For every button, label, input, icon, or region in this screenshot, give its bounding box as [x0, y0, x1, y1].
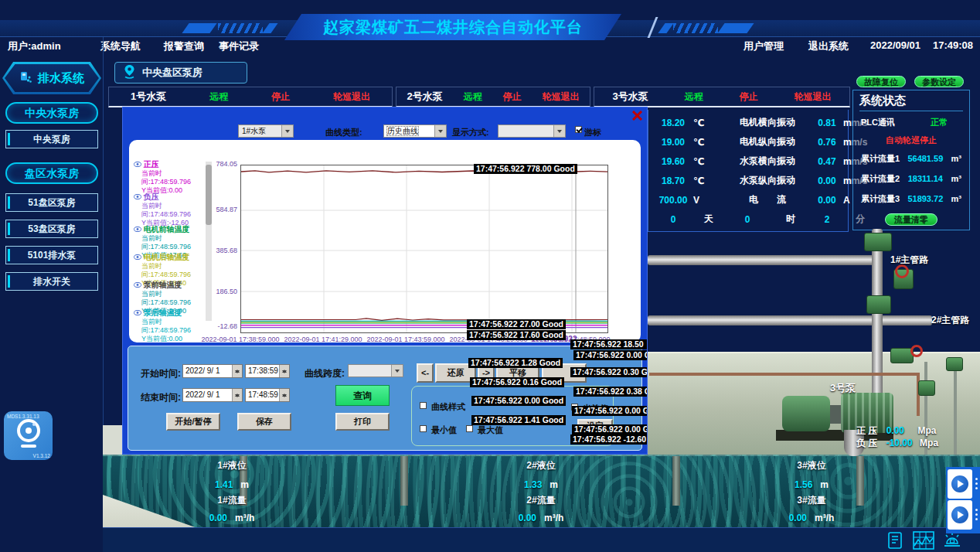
- max-value-checkbox[interactable]: [466, 425, 473, 432]
- legend-scrollbar[interactable]: [206, 162, 212, 321]
- sidebar-item-5101[interactable]: 5101排水泵: [5, 246, 98, 264]
- patrol-status: 自动轮巡停止: [886, 135, 937, 146]
- negative-pressure-row: 负 压 -10.00 Mpa: [856, 437, 938, 450]
- menu-separator: \: [201, 39, 204, 51]
- sidebar-item-central-pumproom[interactable]: 中央泵房: [5, 130, 98, 148]
- scrollbar-thumb[interactable]: [206, 165, 212, 225]
- sidebar-item-53[interactable]: 53盘区泵房: [5, 220, 98, 238]
- time-spinner-icon[interactable]: [279, 365, 289, 377]
- display-mode-select[interactable]: [498, 124, 566, 138]
- cursor-tooltip: 17:47:56.922 0.00 G: [573, 350, 648, 360]
- sidebar-system-button[interactable]: 排水系统: [2, 62, 101, 94]
- pump3-patrol-exit[interactable]: 轮巡退出: [795, 90, 832, 104]
- menu-event-log[interactable]: 事件记录: [219, 39, 259, 53]
- curve-style-checkbox[interactable]: [420, 402, 427, 409]
- total-flow3-label: 累计流量3: [861, 193, 900, 205]
- total-flow3-unit: m³: [951, 194, 961, 203]
- close-icon[interactable]: [631, 111, 643, 121]
- y-tick: -12.68: [206, 322, 237, 330]
- min-value-checkbox[interactable]: [420, 425, 427, 432]
- menu-logout[interactable]: 退出系统: [808, 39, 849, 53]
- sidebar-group-panel-area[interactable]: 盘区水泵房: [5, 162, 98, 184]
- start-date-field[interactable]: 2022/ 9/ 1: [182, 364, 243, 378]
- history-curve-dialog: 1#水泵 曲线类型: 历史曲线 显示方式: 游标 正压 当前时间:17:48:5…: [122, 107, 648, 455]
- fault-reset-button[interactable]: 故障复位: [856, 76, 906, 87]
- pump2-remote: 远程: [464, 90, 482, 104]
- sidebar-group-central[interactable]: 中央水泵房: [5, 102, 98, 124]
- cursor-tooltip: 17:47:56.922 1.41 Good: [471, 415, 566, 425]
- param-set-button[interactable]: 参数设定: [914, 76, 964, 87]
- calendar-dropdown-icon[interactable]: [232, 389, 242, 401]
- location-pin-icon: [123, 64, 136, 81]
- y-tick: 584.87: [206, 206, 237, 213]
- handwheel-red-low: [910, 345, 923, 357]
- min-value-label: 最小值: [431, 424, 457, 436]
- menu-system-nav[interactable]: 系统导航: [100, 39, 141, 53]
- start-time-field[interactable]: 17:38:59: [245, 364, 290, 378]
- legend-item[interactable]: 泵后轴温度 当前时间:17:48:59.796 Y当前值:0.00: [134, 308, 207, 343]
- valve-mid: [866, 295, 891, 314]
- breadcrumb[interactable]: 中央盘区泵房: [114, 62, 247, 83]
- cursor-tooltip: 17:47:56.922 0.00 G: [572, 424, 648, 434]
- end-time-field[interactable]: 17:48:59: [245, 388, 290, 402]
- chevron-down-icon[interactable]: [391, 365, 403, 377]
- time-spinner-icon[interactable]: [279, 389, 289, 401]
- end-time-label: 结束时间:: [141, 391, 181, 404]
- legend-item[interactable]: 正压 当前时间:17:48:59.796 Y当前值:0.00: [134, 160, 207, 195]
- chevron-down-icon[interactable]: [553, 125, 565, 137]
- legend-item[interactable]: 负压 当前时间:17:48:59.796 Y当前值:-12.60: [134, 193, 207, 227]
- curve-type-select[interactable]: 历史曲线: [383, 124, 447, 138]
- start-time-label: 开始时间:: [141, 367, 181, 380]
- mds-logo[interactable]: MDS1.3.31.13 V1.3.12: [4, 411, 53, 460]
- cursor-tooltip: 17:47:56.922 0.38 G: [573, 387, 648, 397]
- plot-area[interactable]: [240, 165, 608, 333]
- save-button[interactable]: 保存: [237, 413, 291, 431]
- menu-dots-icon: [975, 482, 978, 485]
- support-post: [400, 456, 408, 506]
- flow-clear-button[interactable]: 流量清零: [885, 213, 937, 226]
- start-pause-button[interactable]: 开始/暂停: [166, 413, 220, 431]
- curve-span-select[interactable]: [348, 364, 403, 377]
- pos-pressure-value: 0.00: [886, 425, 904, 436]
- print-button[interactable]: 打印: [335, 413, 390, 431]
- positive-pressure-row: 正 压 0.00 Mpa: [856, 424, 936, 438]
- pump2-patrol-exit[interactable]: 轮巡退出: [543, 90, 580, 104]
- trend-chart-icon[interactable]: [912, 530, 935, 550]
- pump3-name: 3号水泵: [612, 90, 648, 104]
- camera-button-1[interactable]: [948, 469, 972, 499]
- main-pipe1-label: 1#主管路: [890, 254, 928, 267]
- menu-alarm-query[interactable]: 报警查询: [164, 39, 204, 53]
- reading-row: 700.00V电 流0.00A: [653, 190, 848, 210]
- chevron-down-icon[interactable]: [281, 125, 293, 137]
- cursor-checkbox[interactable]: [575, 126, 582, 133]
- cursor-tooltip: 17:47:56.922 -12.60: [570, 434, 648, 445]
- eye-icon: [134, 161, 141, 169]
- sidebar-item-51[interactable]: 51盘区泵房: [5, 193, 98, 212]
- report-doc-icon[interactable]: [886, 531, 904, 550]
- camera-icon: [951, 475, 968, 492]
- end-date-field[interactable]: 2022/ 9/ 1: [182, 388, 243, 402]
- menu-dots-icon: [975, 518, 978, 520]
- query-button[interactable]: 查询: [335, 385, 390, 406]
- main-pipe2-label: 2#主管路: [931, 314, 969, 327]
- curve-type-label: 曲线类型:: [325, 127, 362, 138]
- cursor-tooltip: 17:47:56.922 27.00 Good: [467, 319, 566, 329]
- valve-side-1: [918, 380, 935, 396]
- plc-label: PLC通讯: [861, 117, 895, 128]
- pump1-patrol-exit[interactable]: 轮巡退出: [333, 90, 370, 104]
- chevron-down-icon[interactable]: [434, 125, 446, 137]
- cursor-tooltip: 17:47:56.922 1.28 Good: [468, 358, 563, 368]
- calendar-dropdown-icon[interactable]: [232, 365, 242, 377]
- main-pipe-1: [648, 255, 876, 265]
- pan-left-button[interactable]: <-: [417, 363, 434, 383]
- camera-button-2[interactable]: [948, 500, 972, 530]
- menu-user-mgmt[interactable]: 用户管理: [744, 39, 784, 53]
- total-flow1-unit: m³: [951, 154, 961, 163]
- total-flow1-label: 累计流量1: [861, 153, 900, 165]
- x-tick: 2022-09-01 17:43:59.000: [362, 336, 449, 343]
- pump-select[interactable]: 1#水泵: [238, 124, 294, 138]
- menu-dots-icon: [975, 478, 978, 480]
- eye-icon: [134, 226, 141, 233]
- pump1-remote: 远程: [209, 90, 228, 104]
- sidebar-item-drain-switch[interactable]: 排水开关: [5, 272, 98, 291]
